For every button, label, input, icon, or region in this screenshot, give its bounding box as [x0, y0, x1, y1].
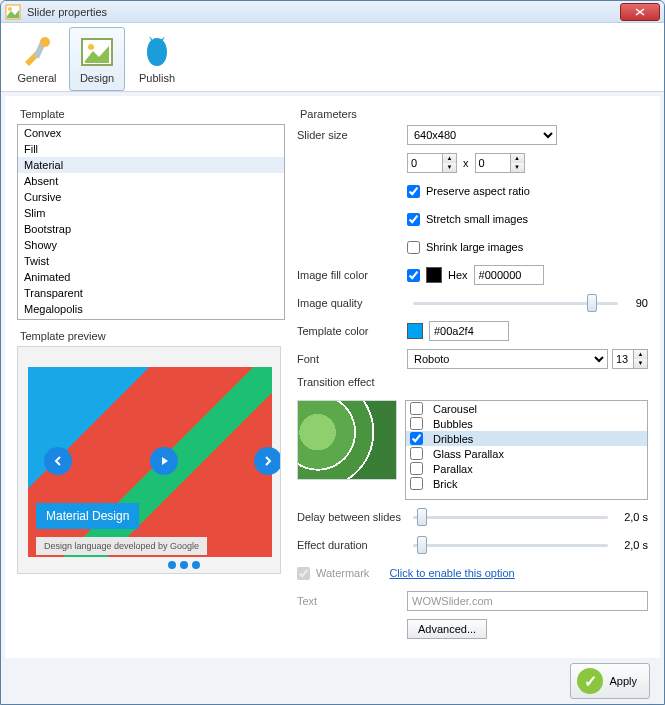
effect-preview: [297, 400, 397, 480]
advanced-button[interactable]: Advanced...: [407, 619, 487, 639]
preview-label: Template preview: [17, 330, 285, 342]
template-item[interactable]: Slim: [18, 205, 284, 221]
delay-value: 2,0 s: [614, 511, 648, 523]
width-input[interactable]: ▲▼: [407, 153, 457, 173]
template-item[interactable]: Twist: [18, 253, 284, 269]
effect-item[interactable]: Dribbles: [406, 431, 647, 446]
preview-caption: Material Design: [36, 503, 139, 529]
tab-general[interactable]: General: [9, 27, 65, 91]
close-icon: [635, 8, 645, 16]
stretch-checkbox[interactable]: [407, 213, 420, 226]
preserve-label: Preserve aspect ratio: [426, 185, 530, 197]
apply-button[interactable]: ✓ Apply: [570, 663, 650, 699]
shrink-label: Shrink large images: [426, 241, 523, 253]
fill-color-label: Image fill color: [297, 269, 407, 281]
cat-icon: [139, 34, 175, 70]
effect-checkbox[interactable]: [410, 417, 423, 430]
effect-checkbox[interactable]: [410, 402, 423, 415]
check-icon: ✓: [577, 668, 603, 694]
template-item[interactable]: Animated: [18, 269, 284, 285]
slider-size-select[interactable]: 640x480: [407, 125, 557, 145]
preview-dots: [168, 561, 200, 569]
template-color-label: Template color: [297, 325, 407, 337]
tab-label: Design: [80, 72, 114, 84]
template-item[interactable]: Absent: [18, 173, 284, 189]
effect-checkbox[interactable]: [410, 477, 423, 490]
hex-label: Hex: [448, 269, 468, 281]
fill-color-checkbox[interactable]: [407, 269, 420, 282]
height-input[interactable]: ▲▼: [475, 153, 525, 173]
effect-label: Carousel: [433, 403, 477, 415]
effect-label: Bubbles: [433, 418, 473, 430]
font-select[interactable]: Roboto: [407, 349, 608, 369]
duration-label: Effect duration: [297, 539, 407, 551]
titlebar: Slider properties: [1, 1, 664, 23]
window-title: Slider properties: [27, 6, 620, 18]
effect-item[interactable]: Parallax: [406, 461, 647, 476]
template-item[interactable]: Bootstrap: [18, 221, 284, 237]
svg-point-3: [40, 37, 50, 47]
watermark-text-input: [407, 591, 648, 611]
tab-label: Publish: [139, 72, 175, 84]
quality-value: 90: [624, 297, 648, 309]
fill-hex-input[interactable]: [474, 265, 544, 285]
shrink-checkbox[interactable]: [407, 241, 420, 254]
svg-point-5: [88, 44, 94, 50]
template-item[interactable]: Cursive: [18, 189, 284, 205]
preserve-checkbox[interactable]: [407, 185, 420, 198]
effect-checkbox[interactable]: [410, 447, 423, 460]
dot[interactable]: [168, 561, 176, 569]
effect-label: Dribbles: [433, 433, 473, 445]
right-column: Parameters Slider size 640x480 ▲▼ x ▲▼ P…: [297, 108, 648, 646]
template-item[interactable]: Material: [18, 157, 284, 173]
template-item[interactable]: Fill: [18, 141, 284, 157]
font-label: Font: [297, 353, 407, 365]
effect-item[interactable]: Bubbles: [406, 416, 647, 431]
effect-item[interactable]: Carousel: [406, 401, 647, 416]
watermark-label: Watermark: [316, 567, 369, 579]
fill-color-swatch[interactable]: [426, 267, 442, 283]
template-item[interactable]: Transparent: [18, 285, 284, 301]
template-item[interactable]: Megalopolis: [18, 301, 284, 317]
template-item[interactable]: Convex: [18, 125, 284, 141]
template-item[interactable]: Showy: [18, 237, 284, 253]
effect-label: Glass Parallax: [433, 448, 504, 460]
parameters-header: Parameters: [297, 108, 648, 120]
quality-slider[interactable]: [413, 294, 618, 312]
font-size-input[interactable]: ▲▼: [612, 349, 648, 369]
delay-label: Delay between slides: [297, 511, 407, 523]
tab-publish[interactable]: Publish: [129, 27, 185, 91]
template-label: Template: [17, 108, 285, 120]
effect-checkbox[interactable]: [410, 432, 423, 445]
text-label: Text: [297, 595, 407, 607]
preview-next-button[interactable]: [254, 447, 281, 475]
template-list[interactable]: ConvexFillMaterialAbsentCursiveSlimBoots…: [17, 124, 285, 320]
tab-design[interactable]: Design: [69, 27, 125, 91]
effect-item[interactable]: Brick: [406, 476, 647, 491]
duration-value: 2,0 s: [614, 539, 648, 551]
duration-slider[interactable]: [413, 536, 608, 554]
effect-label: Parallax: [433, 463, 473, 475]
apply-label: Apply: [609, 675, 637, 687]
effect-checkbox[interactable]: [410, 462, 423, 475]
slider-size-label: Slider size: [297, 129, 407, 141]
watermark-checkbox: [297, 567, 310, 580]
chevron-left-icon: [53, 456, 63, 466]
effect-list[interactable]: CarouselBubblesDribblesGlass ParallaxPar…: [405, 400, 648, 500]
delay-slider[interactable]: [413, 508, 608, 526]
dot[interactable]: [180, 561, 188, 569]
app-icon: [5, 4, 21, 20]
content-area: Template ConvexFillMaterialAbsentCursive…: [5, 96, 660, 658]
template-color-swatch[interactable]: [407, 323, 423, 339]
watermark-link[interactable]: Click to enable this option: [389, 567, 514, 579]
left-column: Template ConvexFillMaterialAbsentCursive…: [17, 108, 285, 646]
template-color-input[interactable]: [429, 321, 509, 341]
dot[interactable]: [192, 561, 200, 569]
effect-item[interactable]: Glass Parallax: [406, 446, 647, 461]
window: Slider properties General Design Publish: [0, 0, 665, 705]
transition-label: Transition effect: [297, 376, 407, 388]
close-button[interactable]: [620, 3, 660, 21]
chevron-right-icon: [263, 456, 273, 466]
stretch-label: Stretch small images: [426, 213, 528, 225]
preview-subcaption: Design language developed by Google: [36, 537, 207, 555]
